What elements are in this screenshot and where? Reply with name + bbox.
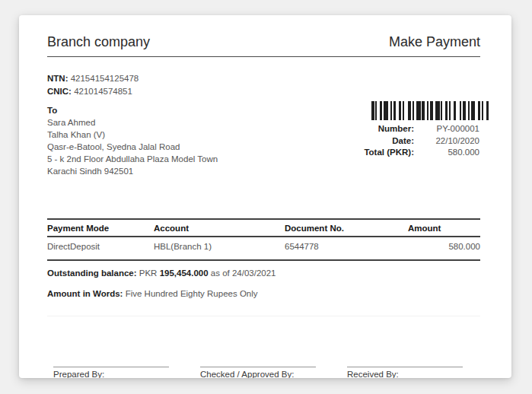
balance-as-of: as of 24/03/2021: [211, 268, 276, 278]
ntn-label: NTN:: [47, 74, 68, 83]
signature-received-by: Received By:: [347, 367, 463, 378]
header-divider: [47, 56, 480, 57]
signature-label: Prepared By:: [53, 370, 169, 378]
column-header-payment-mode: Payment Mode: [47, 219, 154, 237]
amount-in-words: Amount in Words: Five Hundred Eighty Rup…: [47, 289, 480, 298]
number-label: Number:: [378, 124, 414, 135]
amount-in-words-label: Amount in Words:: [47, 289, 123, 298]
recipient-address-line: 5 - k 2nd Floor Abdullaha Plaza Model To…: [47, 153, 218, 165]
recipient-city-line: Karachi Sindh 942501: [47, 165, 218, 177]
cnic-value: 421014574851: [74, 87, 132, 96]
recipient-name-line: Sara Ahmed: [47, 116, 218, 129]
total-value: 580.000: [414, 148, 479, 158]
recipient-block: To Sara Ahmed Talha Khan (V) Qasr-e-Bato…: [47, 104, 218, 177]
total-label: Total (PKR):: [364, 148, 414, 158]
section-divider: [47, 316, 480, 316]
document-header: Branch company Make Payment: [47, 34, 480, 50]
cell-amount: 580.000: [408, 237, 480, 260]
company-name: Branch company: [47, 34, 150, 50]
balance-amount: 195,454.000: [160, 268, 209, 278]
signature-label: Received By:: [347, 370, 463, 378]
cell-document-no: 6544778: [285, 237, 408, 260]
signature-prepared-by: Prepared By:: [53, 367, 169, 378]
cnic-row: CNIC: 421014574851: [47, 86, 218, 97]
payment-voucher-document: Branch company Make Payment NTN: 4215415…: [19, 15, 511, 378]
amount-in-words-text: Five Hundred Eighty Rupees Only: [126, 289, 258, 298]
number-value: PY-000001: [414, 124, 479, 135]
table-row: DirectDeposit HBL(Branch 1) 6544778 580.…: [47, 237, 480, 260]
outstanding-balance-label: Outstanding balance:: [47, 268, 137, 278]
date-value: 22/10/2020: [414, 136, 479, 147]
outstanding-balance: Outstanding balance: PKR 195,454.000 as …: [47, 268, 480, 278]
signature-checked-approved-by: Checked / Approved By:: [200, 367, 316, 378]
ntn-row: NTN: 42154154125478: [47, 73, 218, 84]
document-info-section: NTN: 42154154125478 CNIC: 421014574851 T…: [47, 73, 480, 177]
ntn-value: 42154154125478: [71, 74, 139, 83]
column-header-amount: Amount: [408, 219, 480, 237]
recipient-attention-line: Talha Khan (V): [47, 129, 218, 141]
column-header-document-no: Document No.: [285, 219, 408, 237]
payment-summary: Number: PY-000001 Date: 22/10/2020 Total…: [362, 124, 480, 158]
payment-summary-column: Number: PY-000001 Date: 22/10/2020 Total…: [362, 101, 480, 177]
cell-account: HBL(Branch 1): [154, 237, 285, 260]
cell-payment-mode: DirectDeposit: [47, 237, 154, 260]
barcode-icon: [371, 101, 489, 120]
signature-section: Prepared By: Checked / Approved By: Rece…: [47, 367, 480, 378]
table-header-row: Payment Mode Account Document No. Amount: [47, 219, 480, 237]
payments-table: Payment Mode Account Document No. Amount…: [47, 218, 480, 261]
recipient-to-label: To: [47, 104, 218, 116]
summary-row-number: Number: PY-000001: [362, 124, 480, 135]
summary-row-date: Date: 22/10/2020: [362, 136, 480, 147]
date-label: Date:: [392, 136, 414, 147]
payer-recipient-column: NTN: 42154154125478 CNIC: 421014574851 T…: [47, 73, 218, 177]
balance-currency: PKR: [139, 268, 158, 278]
column-header-account: Account: [154, 219, 285, 237]
recipient-address-line: Qasr-e-Batool, Syedna Jalal Road: [47, 141, 218, 153]
signature-label: Checked / Approved By:: [200, 370, 316, 378]
document-title: Make Payment: [389, 34, 480, 50]
cnic-label: CNIC:: [47, 87, 72, 96]
summary-row-total: Total (PKR): 580.000: [362, 148, 480, 158]
